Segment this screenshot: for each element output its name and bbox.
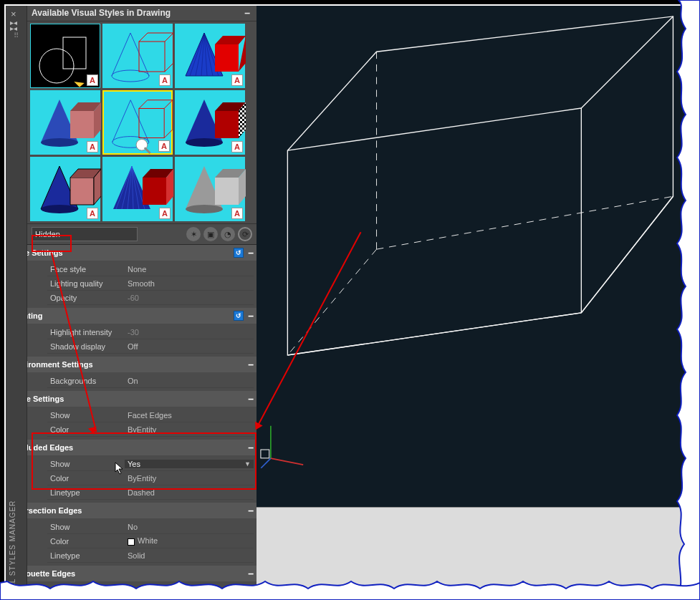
style-swatch-shaded[interactable]: A [30,90,100,155]
visual-styles-panel: Available Visual Styles in Drawing – A A… [27,6,256,594]
model-viewport[interactable] [256,6,694,507]
collapse-icon[interactable]: – [246,359,255,370]
style-swatch-sketchy[interactable]: A [102,157,173,221]
prop-opacity[interactable]: Opacity-60 [47,291,254,305]
group-title: Edge Settings [27,395,64,403]
style-swatch-hidden[interactable]: A [102,90,173,155]
autocad-badge-icon: A [231,208,243,219]
panel-minimize-icon[interactable]: – [242,7,252,19]
group-title: Face Settings [27,248,63,257]
collapse-icon[interactable]: – [246,247,255,258]
reset-icon[interactable]: ↺ [234,248,244,258]
autocad-badge-icon: A [231,141,243,153]
prop-highlight-intensity[interactable]: Highlight intensity-30 [47,325,254,339]
panel-side-rail: × ▸◂▸◂ ⠿ AL STYLES MANAGER [6,6,27,594]
prop-occluded-show[interactable]: ShowYes▼ [47,457,254,471]
prop-face-style[interactable]: Face styleNone [47,262,254,276]
delete-style-icon[interactable]: ⟳ [238,227,252,241]
group-title: Lighting [27,311,42,320]
group-title: Occluded Edges [27,443,73,452]
group-environment-settings[interactable]: Environment Settings – [27,357,256,372]
svg-rect-12 [139,108,164,137]
autocad-badge-icon: A [159,74,171,86]
svg-line-28 [271,458,303,465]
wireframe-box [256,6,694,507]
prop-shadow-display[interactable]: Shadow displayOff [47,339,254,354]
prop-occluded-linetype[interactable]: LinetypeDashed [47,485,254,500]
collapse-icon[interactable]: – [246,568,255,579]
collapse-icon[interactable]: – [246,505,255,516]
style-name-input[interactable] [32,227,138,241]
group-face-settings[interactable]: Face Settings ↺– [27,245,256,261]
panel-header: Available Visual Styles in Drawing – [27,6,256,21]
apply-style-icon[interactable]: ▣ [203,227,218,241]
panel-title: Available Visual Styles in Drawing [32,8,171,18]
autocad-badge-icon: A [87,208,98,219]
export-style-icon[interactable]: ◔ [221,227,235,241]
group-edge-settings[interactable]: Edge Settings – [27,391,256,407]
app-frame: × ▸◂▸◂ ⠿ AL STYLES MANAGER Available Vis… [3,3,697,597]
layout-paper-area [256,507,694,594]
prop-backgrounds[interactable]: BackgroundsOn [47,374,254,388]
group-title: Intersection Edges [27,506,82,515]
group-title: Silhouette Edges [27,569,75,578]
style-swatch-shades-of-gray[interactable]: A [175,157,245,221]
style-swatch-shaded-edges[interactable]: A [30,157,100,221]
drag-handle-icon[interactable]: ⠿ [14,32,19,39]
autocad-badge-icon: A [159,208,171,219]
group-occluded-edges[interactable]: Occluded Edges – [27,440,256,455]
autocad-badge-icon: A [87,74,98,86]
group-lighting[interactable]: Lighting ↺– [27,308,256,324]
collapse-icon[interactable]: – [246,310,255,321]
prop-edge-color[interactable]: ColorByEntity [47,422,254,437]
svg-point-18 [41,205,78,213]
group-intersection-edges[interactable]: Intersection Edges – [27,503,256,518]
svg-point-1 [39,49,74,83]
close-icon[interactable]: × [11,9,16,19]
chevron-down-icon: ▼ [244,460,251,468]
style-swatch-2dwireframe[interactable]: A [30,24,100,88]
prop-intersect-color[interactable]: ColorWhite [47,534,254,548]
mouse-cursor-icon [115,462,125,475]
prop-intersect-show[interactable]: ShowNo [47,520,254,534]
reset-icon[interactable]: ↺ [234,311,244,321]
autocad-badge-icon: A [87,141,98,153]
svg-point-14 [186,138,223,147]
group-silhouette-edges[interactable]: Silhouette Edges – [27,566,256,581]
style-swatch-wireframe[interactable]: A [102,24,173,88]
autocad-badge-icon: A [231,74,243,86]
collapse-icon[interactable]: – [246,442,255,453]
prop-silhouette-show[interactable]: ShowYes [47,583,254,594]
color-swatch-icon [128,538,135,546]
style-name-row: ✶ ▣ ◔ ⟳ [27,223,256,245]
style-swatch-conceptual[interactable]: A [175,24,245,88]
panel-side-title: AL STYLES MANAGER [9,500,16,589]
group-title: Environment Settings [27,360,93,369]
style-swatch-realistic[interactable]: A [175,90,245,155]
svg-rect-0 [63,37,86,69]
svg-line-29 [261,458,271,468]
svg-rect-3 [139,42,165,72]
new-style-icon[interactable]: ✶ [186,227,201,241]
prop-intersect-linetype[interactable]: LinetypeSolid [47,548,254,563]
visual-style-swatch-grid: A A A A A [27,21,256,223]
autocad-badge-icon: A [158,140,170,152]
ucs-icon [259,421,308,470]
collapse-arrows-icon[interactable]: ▸◂▸◂ [10,20,17,32]
svg-point-10 [41,138,78,147]
prop-occluded-color[interactable]: ColorByEntity [47,471,254,485]
prop-edge-show[interactable]: ShowFacet Edges [47,408,254,422]
collapse-icon[interactable]: – [246,393,255,405]
svg-point-25 [186,205,223,213]
prop-lighting-quality[interactable]: Lighting qualitySmooth [47,276,254,291]
